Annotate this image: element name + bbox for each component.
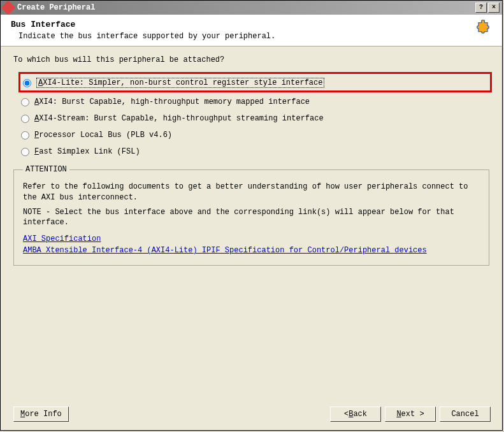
label-axi4lite: AXI4-Lite: Simpler, non-burst control re…	[36, 78, 324, 88]
window-title: Create Peripheral	[17, 3, 474, 12]
dialog-window: Create Peripheral ? × Bus Interface Indi…	[0, 0, 503, 431]
more-info-button[interactable]: More Info	[13, 407, 69, 422]
attention-legend: ATTENTION	[23, 165, 69, 174]
app-icon	[1, 1, 16, 15]
selected-highlight: AXI4-Lite: Simpler, non-burst control re…	[18, 72, 492, 92]
radio-row-axi4[interactable]: AXI4: Burst Capable, high-throughput mem…	[21, 95, 489, 112]
radio-row-fsl[interactable]: Fast Simplex Link (FSL)	[21, 145, 489, 161]
page-title: Bus Interface	[11, 20, 469, 29]
next-button[interactable]: Next >	[385, 407, 436, 422]
radio-row-axi4lite[interactable]: AXI4-Lite: Simpler, non-burst control re…	[23, 75, 487, 89]
close-button[interactable]: ×	[488, 3, 500, 13]
label-axi4stream: AXI4-Stream: Burst Capable, high-through…	[34, 114, 324, 123]
attention-para1: Refer to the following documents to get …	[23, 182, 480, 203]
radio-fsl[interactable]	[21, 148, 29, 156]
radio-row-axi4stream[interactable]: AXI4-Stream: Burst Capable, high-through…	[21, 112, 489, 128]
radio-axi4lite[interactable]	[23, 79, 31, 87]
header-text-block: Bus Interface Indicate the bus interface…	[11, 20, 469, 41]
label-axi4: AXI4: Burst Capable, high-throughput mem…	[34, 97, 310, 106]
puzzle-icon	[474, 20, 492, 38]
radio-axi4stream[interactable]	[21, 115, 29, 123]
attention-para2: NOTE - Select the bus interface above an…	[23, 207, 480, 229]
bus-radio-group: AXI4-Lite: Simpler, non-burst control re…	[21, 72, 489, 161]
cancel-button[interactable]: Cancel	[440, 407, 491, 422]
radio-row-plb[interactable]: Processor Local Bus (PLB v4.6)	[21, 128, 489, 145]
page-subtitle: Indicate the bus interface supported by …	[18, 32, 469, 41]
label-fsl: Fast Simplex Link (FSL)	[34, 147, 140, 156]
link-axi-spec[interactable]: AXI Specification	[23, 234, 101, 243]
footer-buttons: More Info < Back Next > Cancel	[1, 407, 503, 428]
wizard-header: Bus Interface Indicate the bus interface…	[1, 15, 502, 47]
attention-box: ATTENTION Refer to the following documen…	[13, 165, 489, 266]
question-label: To which bus will this peripheral be att…	[13, 55, 489, 64]
content-area: To which bus will this peripheral be att…	[1, 47, 502, 270]
link-amba-ipif-spec[interactable]: AMBA Xtensible Interface-4 (AXI4-Lite) I…	[23, 246, 427, 255]
titlebar: Create Peripheral ? ×	[1, 1, 502, 15]
radio-axi4[interactable]	[21, 98, 29, 106]
label-plb: Processor Local Bus (PLB v4.6)	[34, 131, 172, 140]
radio-plb[interactable]	[21, 131, 29, 140]
back-button[interactable]: < Back	[330, 407, 381, 422]
help-button[interactable]: ?	[475, 3, 487, 13]
